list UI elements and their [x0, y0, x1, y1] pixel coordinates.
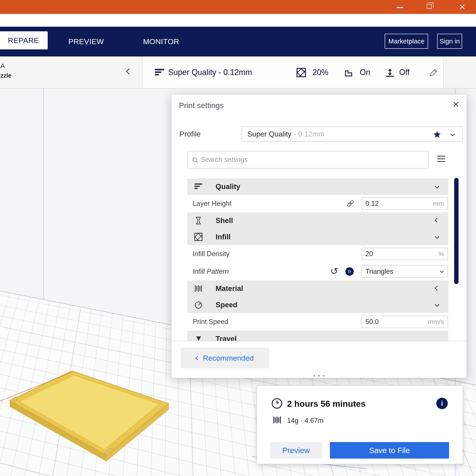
chevron-down-icon	[435, 234, 439, 239]
chevron-left-icon	[195, 356, 199, 360]
profile-dropdown[interactable]: Super Quality - 0.12mm	[242, 127, 463, 142]
settings-list: Quality Layer Height mm Shell	[187, 178, 448, 341]
quality-icon	[194, 182, 203, 191]
preview-label: Preview	[282, 446, 310, 455]
summary-profile: Super Quality - 0.12mm	[168, 56, 252, 88]
configuration-bar: A zzle Super Quality - 0.12mm 20% On Off	[0, 56, 476, 89]
print-speed-field: mm/s	[361, 316, 448, 328]
adhesion-icon	[385, 68, 395, 78]
save-label: Save to File	[369, 446, 410, 455]
nozzle-name-truncated: zzle	[0, 72, 12, 79]
search-icon	[192, 157, 199, 164]
link-icon[interactable]	[346, 200, 355, 208]
category-shell[interactable]: Shell	[187, 212, 448, 229]
print-speed-input[interactable]	[365, 316, 421, 327]
category-quality[interactable]: Quality	[187, 178, 448, 195]
build-volume-edge-right-top	[455, 89, 456, 94]
stage-navigation: REPARE PREVIEW MONITOR Marketplace Sign …	[0, 27, 476, 56]
speed-icon	[194, 300, 203, 309]
setting-label: Layer Height	[193, 195, 231, 212]
recommended-label: Recommended	[203, 354, 254, 362]
setting-infill-pattern: Infill Pattern ↺ fx Triangles	[187, 263, 448, 280]
build-volume-edge-left	[43, 89, 44, 299]
infill-pattern-value: Triangles	[365, 266, 393, 277]
edit-pencil-icon[interactable]	[429, 68, 438, 77]
tab-prepare-label: REPARE	[8, 36, 39, 45]
chevron-down-icon	[440, 269, 444, 273]
save-to-file-button[interactable]: Save to File	[330, 442, 449, 459]
setting-layer-height: Layer Height mm	[187, 195, 448, 212]
minimize-button[interactable]	[397, 7, 403, 8]
profile-value-suffix: - 0.12mm	[294, 130, 324, 138]
layer-height-field: mm	[361, 197, 448, 210]
chevron-down-icon	[435, 302, 439, 307]
preview-button[interactable]: Preview	[270, 442, 322, 459]
travel-icon	[194, 334, 203, 341]
category-infill[interactable]: Infill	[187, 229, 448, 245]
tab-monitor-label: MONITOR	[143, 37, 179, 46]
revert-icon[interactable]: ↺	[330, 266, 338, 277]
star-icon[interactable]	[433, 131, 441, 138]
shell-icon	[194, 216, 203, 225]
restore-button[interactable]	[427, 4, 432, 9]
clock-icon	[271, 398, 283, 409]
window-titlebar: ×	[0, 0, 476, 14]
list-divider	[172, 341, 466, 341]
category-label: Speed	[216, 297, 237, 313]
dialog-resize-handle[interactable]	[172, 375, 467, 376]
settings-menu-icon[interactable]	[437, 156, 445, 164]
setting-infill-density: Infill Density %	[187, 245, 448, 263]
collapse-printer-panel-icon[interactable]	[126, 68, 132, 75]
dialog-title: Print settings	[179, 101, 224, 110]
unit-label: mm/s	[428, 316, 444, 327]
chevron-left-icon	[435, 218, 439, 222]
recommended-mode-button[interactable]: Recommended	[180, 348, 269, 368]
category-label: Travel	[216, 331, 237, 341]
sign-in-button[interactable]: Sign in	[437, 34, 462, 49]
marketplace-button[interactable]: Marketplace	[385, 34, 428, 49]
print-settings-summary[interactable]: Super Quality - 0.12mm 20% On Off	[142, 56, 444, 88]
support-icon	[344, 68, 354, 78]
marketplace-label: Marketplace	[388, 37, 424, 45]
unit-label: %	[438, 248, 444, 260]
infill-pattern-dropdown[interactable]: Triangles	[361, 265, 448, 278]
printer-name-truncated: A	[0, 62, 5, 70]
unit-label: mm	[433, 198, 444, 209]
profile-label: Profile	[179, 130, 201, 138]
info-icon[interactable]: i	[436, 398, 448, 409]
search-settings-box	[187, 151, 429, 169]
category-label: Shell	[216, 212, 233, 229]
category-travel[interactable]: Travel	[187, 331, 448, 341]
infill-icon	[194, 233, 203, 241]
infill-icon	[296, 68, 306, 78]
function-icon[interactable]: fx	[345, 267, 354, 276]
print-settings-dialog: Print settings × Profile Super Quality -…	[171, 94, 467, 378]
tab-preview[interactable]: PREVIEW	[60, 27, 113, 56]
layer-height-input[interactable]	[365, 198, 421, 209]
setting-label: Infill Density	[193, 245, 229, 263]
setting-label: Print Speed	[193, 313, 229, 331]
category-label: Material	[216, 280, 243, 297]
material-icon	[194, 284, 203, 293]
fx-label: fx	[348, 269, 351, 274]
chevron-left-icon	[435, 286, 439, 290]
category-label: Infill	[216, 229, 231, 245]
print-job-card: 2 hours 56 minutes i 14g · 4.67m Preview…	[257, 385, 463, 464]
tab-prepare[interactable]: REPARE	[0, 31, 48, 50]
category-material[interactable]: Material	[187, 280, 448, 297]
quality-icon	[155, 68, 165, 78]
tab-monitor[interactable]: MONITOR	[132, 27, 190, 56]
category-label: Quality	[216, 178, 240, 195]
print-time-estimate: 2 hours 56 minutes	[287, 399, 365, 409]
close-window-button[interactable]: ×	[457, 0, 468, 13]
toolbar-strip	[0, 14, 476, 27]
settings-scrollbar[interactable]	[454, 178, 458, 284]
summary-support: On	[360, 56, 370, 88]
close-dialog-icon[interactable]: ×	[450, 98, 462, 111]
search-settings-input[interactable]	[201, 151, 426, 168]
chevron-down-icon	[450, 132, 455, 136]
category-speed[interactable]: Speed	[187, 297, 448, 313]
infill-density-input[interactable]	[365, 248, 421, 260]
summary-adhesion: Off	[399, 56, 410, 88]
material-usage-estimate: 14g · 4.67m	[287, 416, 323, 425]
